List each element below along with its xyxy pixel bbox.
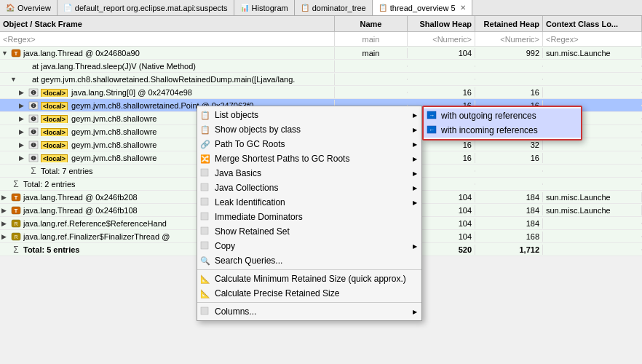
table-row[interactable]: ▶🅒<local> java.lang.String[0] @ 0x24704e… — [0, 86, 642, 99]
svg-text:R: R — [14, 234, 17, 240]
submenu-item-label: with incoming references — [441, 125, 538, 135]
row-icon-sigma: Σ — [10, 245, 22, 255]
tab-default-report[interactable]: 📄 default_report org.eclipse.mat.api:sus… — [58, 0, 234, 16]
menu-item-label: Show Retained Set — [215, 226, 290, 237]
filter-context[interactable]: <Regex> — [543, 32, 642, 46]
row-icon-class: 🅒 — [28, 140, 39, 150]
tab-thread-overview-label: thread_overview 5 — [390, 4, 456, 12]
menu-item-icon — [200, 226, 209, 237]
row-text: <local> geym.jvm.ch8.shallowre — [41, 127, 156, 136]
svg-text:R: R — [14, 221, 17, 226]
row-icon-none — [19, 74, 31, 84]
expand-icon[interactable]: ▶ — [1, 233, 10, 240]
row-text: <local> geym.jvm.ch8.shallowre — [41, 141, 156, 149]
local-tag: <local> — [41, 128, 68, 136]
table-row[interactable]: at java.lang.Thread.sleep(J)V (Native Me… — [0, 60, 642, 73]
tab-histogram[interactable]: 📊 Histogram — [234, 0, 295, 16]
menu-item-show-objects-by-class[interactable]: 📋Show objects by class — [197, 122, 421, 137]
row-icon-ref: R — [10, 218, 22, 229]
svg-text:🅒: 🅒 — [31, 116, 36, 122]
menu-item-path-to-gc-roots[interactable]: 🔗Path To GC Roots — [197, 137, 421, 151]
cell-context-2 — [543, 79, 642, 80]
submenu-item-outgoing[interactable]: →with outgoing references — [424, 108, 581, 123]
svg-text:🅒: 🅒 — [31, 103, 36, 108]
menu-item-show-retained-set[interactable]: Show Retained Set — [197, 224, 421, 239]
column-headers: Object / Stack Frame Name Shallow Heap R… — [0, 16, 642, 32]
cell-context-9 — [543, 170, 642, 172]
row-text: <local> geym.jvm.ch8.shallowre — [41, 114, 156, 123]
expand-icon[interactable]: ▼ — [10, 76, 19, 83]
menu-item-label: Leak Identification — [215, 197, 285, 207]
expand-icon[interactable]: ▶ — [19, 115, 28, 122]
col-header-object[interactable]: Object / Stack Frame — [0, 16, 335, 31]
menu-item-merge-shortest-paths[interactable]: 🔀Merge Shortest Paths to GC Roots — [197, 151, 421, 166]
col-header-shallow[interactable]: Shallow Heap — [408, 16, 475, 31]
cell-retained-10 — [475, 183, 543, 185]
menu-item-label: Path To GC Roots — [215, 139, 285, 149]
cell-retained-2 — [475, 79, 543, 80]
row-text: at geym.jvm.ch8.shallowretained.ShallowR… — [32, 75, 295, 84]
expand-icon[interactable]: ▶ — [1, 207, 10, 214]
tab-close-button[interactable]: ✕ — [460, 4, 466, 12]
menu-item-leak-identification[interactable]: Leak Identification — [197, 195, 421, 210]
local-tag: <local> — [41, 89, 68, 97]
submenu-list-objects: →with outgoing references←with incoming … — [422, 106, 582, 141]
tab-thread-overview[interactable]: 📋 thread_overview 5 ✕ — [373, 0, 472, 16]
table-row[interactable]: ▼at geym.jvm.ch8.shallowretained.Shallow… — [0, 73, 642, 86]
menu-item-calc-min-retained[interactable]: 📐Calculate Minimum Retained Size (quick … — [197, 272, 421, 286]
row-text: at java.lang.Thread.sleep(J)V (Native Me… — [32, 62, 196, 71]
menu-separator — [197, 302, 421, 303]
menu-item-icon: 🔀 — [200, 154, 210, 164]
cell-context-1 — [543, 66, 642, 67]
cell-context-0: sun.misc.Launche — [543, 48, 642, 58]
context-menu: 📋List objects📋Show objects by class🔗Path… — [197, 106, 422, 321]
expand-icon[interactable]: ▶ — [19, 154, 28, 162]
menu-item-icon: 📋 — [200, 125, 210, 135]
expand-icon[interactable]: ▶ — [1, 220, 10, 227]
expand-icon[interactable]: ▶ — [19, 89, 28, 96]
menu-item-icon — [200, 212, 209, 222]
svg-rect-27 — [201, 242, 208, 249]
menu-item-copy[interactable]: Copy — [197, 239, 421, 253]
tab-dominator-tree[interactable]: 📋 dominator_tree — [295, 0, 373, 16]
menu-separator — [197, 269, 421, 270]
tab-overview[interactable]: 🏠 Overview — [0, 0, 58, 16]
filter-retained[interactable]: <Numeric> — [475, 32, 543, 46]
menu-item-columns[interactable]: Columns... — [197, 304, 421, 319]
col-header-context[interactable]: Context Class Lo... — [543, 16, 642, 31]
menu-item-label: Merge Shortest Paths to GC Roots — [215, 154, 349, 164]
row-text: java.lang.Thread @ 0x24680a90 — [23, 49, 140, 58]
table-row[interactable]: ▼Tjava.lang.Thread @ 0x24680a90main10499… — [0, 47, 642, 60]
cell-retained-3: 16 — [475, 87, 543, 98]
menu-item-icon — [200, 183, 209, 193]
row-icon-sigma: Σ — [28, 166, 39, 176]
row-text: java.lang.ref.Reference$ReferenceHand — [23, 219, 167, 228]
expand-icon[interactable]: ▶ — [19, 141, 28, 149]
col-header-name[interactable]: Name — [335, 16, 408, 31]
tab-histogram-label: Histogram — [252, 4, 288, 12]
menu-item-java-collections[interactable]: Java Collections — [197, 181, 421, 195]
menu-item-label: Immediate Dominators — [215, 212, 303, 222]
cell-retained-13: 184 — [475, 218, 543, 229]
row-icon-thread: T — [10, 192, 22, 202]
expand-icon[interactable]: ▶ — [19, 102, 28, 109]
menu-item-icon: 📐 — [200, 289, 210, 298]
menu-item-immediate-dominators[interactable]: Immediate Dominators — [197, 210, 421, 224]
expand-icon[interactable]: ▶ — [19, 128, 28, 135]
filter-object[interactable]: <Regex> — [0, 32, 335, 46]
menu-item-list-objects[interactable]: 📋List objects — [197, 108, 421, 122]
expand-icon[interactable]: ▶ — [1, 194, 10, 201]
menu-item-search-queries[interactable]: 🔍Search Queries... — [197, 253, 421, 268]
filter-name[interactable]: main — [335, 32, 408, 46]
submenu-item-incoming[interactable]: ←with incoming references — [424, 123, 581, 138]
menu-item-calc-precise-retained[interactable]: 📐Calculate Precise Retained Size — [197, 286, 421, 301]
col-header-retained[interactable]: Retained Heap — [475, 16, 543, 31]
menu-item-java-basics[interactable]: Java Basics — [197, 166, 421, 181]
svg-text:T: T — [15, 50, 18, 57]
cell-retained-8: 16 — [475, 153, 543, 163]
expand-icon[interactable]: ▼ — [1, 50, 10, 57]
menu-item-label: List objects — [215, 110, 258, 120]
filter-shallow[interactable]: <Numeric> — [408, 32, 475, 46]
svg-text:🅒: 🅒 — [31, 155, 36, 161]
row-text: java.lang.ref.Finalizer$FinalizerThread … — [23, 232, 170, 241]
